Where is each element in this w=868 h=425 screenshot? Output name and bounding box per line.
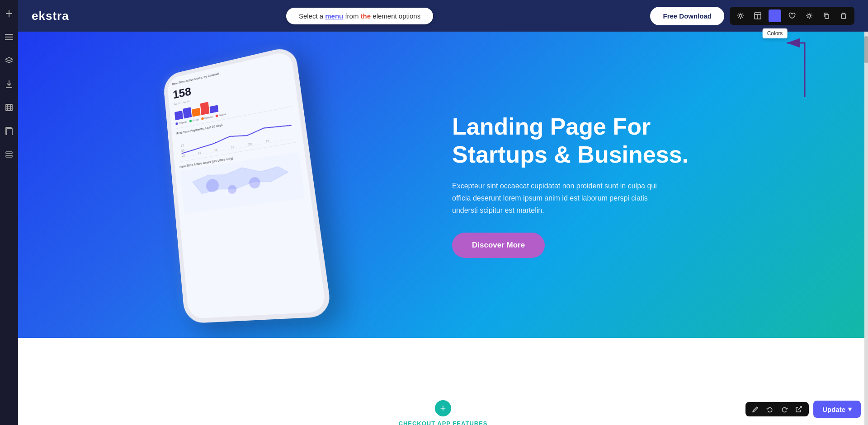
update-label: Update [822, 406, 845, 413]
toolbar-settings2-button[interactable] [803, 9, 816, 22]
toolbar-heart-button[interactable] [786, 9, 798, 22]
phone-screen: Real-Time Active Users, by Channel 158 A… [167, 51, 326, 319]
features-plus-icon[interactable]: + [435, 400, 451, 416]
left-sidebar [0, 0, 18, 425]
svg-text:25: 25 [182, 154, 185, 157]
free-download-button[interactable]: Free Download [650, 7, 724, 25]
sidebar-icon-layers[interactable] [3, 54, 15, 67]
wave-svg [18, 338, 868, 392]
hint-middle: from [343, 12, 360, 20]
svg-line-37 [757, 407, 758, 408]
hero-right: Landing Page ForStartups & Business. Exc… [434, 112, 868, 258]
svg-text:17: 17 [231, 145, 234, 149]
bar-5 [210, 105, 219, 113]
svg-text:75: 75 [181, 144, 184, 147]
svg-line-38 [798, 406, 802, 410]
svg-text:14: 14 [214, 148, 217, 152]
features-teaser: + Checkout App Features The Only App You… [18, 391, 868, 425]
toolbar-trash-button[interactable] [837, 9, 850, 22]
sidebar-icon-pages[interactable] [3, 125, 15, 137]
legend-social: Social [216, 113, 226, 117]
svg-point-17 [739, 14, 742, 17]
hint-the: the [361, 12, 371, 20]
svg-rect-26 [825, 14, 829, 19]
right-scrollbar[interactable] [864, 32, 868, 425]
hero-description: Excepteur sint occaecat cupidatat non pr… [452, 180, 669, 217]
bottom-toolbar: Update ▾ [745, 401, 861, 418]
hero-left: Real-Time Active Users, by Channel 158 A… [18, 54, 434, 316]
svg-rect-16 [6, 155, 12, 157]
main-content: Real-Time Active Users, by Channel 158 A… [18, 32, 868, 425]
svg-rect-24 [775, 16, 778, 19]
svg-text:20: 20 [248, 142, 252, 146]
bottom-pen-button[interactable] [752, 406, 759, 413]
toolbar-group: Colors [730, 7, 854, 25]
bar-2 [183, 107, 192, 118]
discover-more-button[interactable]: Discover More [452, 233, 545, 258]
toolbar-colors-button[interactable]: Colors [769, 9, 781, 22]
toolbar-copy-button[interactable] [820, 9, 833, 22]
wave-features-section: + Checkout App Features The Only App You… [18, 338, 868, 425]
sidebar-icon-download[interactable] [3, 78, 15, 90]
svg-text:23: 23 [265, 139, 269, 143]
bar-4 [200, 102, 210, 115]
sidebar-icon-stack[interactable] [3, 148, 15, 161]
bottom-tool-group [745, 402, 809, 416]
sidebar-icon-plus[interactable] [3, 7, 15, 20]
legend-organic: Organic [175, 121, 187, 125]
sidebar-icon-menu[interactable] [3, 31, 15, 43]
legend-direct: Direct [189, 118, 199, 123]
svg-marker-5 [5, 57, 13, 61]
features-label: Checkout App Features [18, 420, 868, 425]
hint-suffix: element options [371, 12, 420, 20]
toolbar-layout-button[interactable] [751, 9, 764, 22]
bar-1 [175, 111, 183, 121]
top-bar-right: Free Download Colors [650, 7, 854, 25]
update-chevron: ▾ [848, 405, 852, 413]
logo: ekstra [32, 9, 69, 23]
toolbar-gear-button[interactable] [734, 9, 747, 22]
bottom-undo-button[interactable] [766, 406, 774, 413]
bar-3 [192, 108, 200, 117]
svg-rect-22 [775, 13, 778, 15]
svg-rect-23 [772, 16, 774, 19]
hint-prefix: Select a [299, 12, 325, 20]
phone-mockup: Real-Time Active Users, by Channel 158 A… [163, 45, 332, 324]
scrollbar-thumb[interactable] [864, 36, 868, 63]
svg-rect-8 [6, 104, 12, 111]
svg-point-25 [808, 14, 811, 17]
sidebar-icon-frame[interactable] [3, 101, 15, 114]
svg-text:50: 50 [181, 149, 185, 152]
legend-referral: Referral [201, 115, 213, 120]
svg-text:11: 11 [198, 151, 201, 154]
hint-menu: menu [325, 12, 343, 20]
top-bar: ekstra Select a menu from the element op… [18, 0, 868, 32]
bottom-redo-button[interactable] [781, 406, 788, 413]
svg-rect-14 [7, 128, 12, 135]
hero-title: Landing Page ForStartups & Business. [452, 112, 841, 169]
svg-rect-21 [772, 13, 774, 15]
svg-rect-15 [6, 152, 12, 154]
phone-map [180, 152, 305, 214]
bottom-external-button[interactable] [795, 406, 802, 413]
element-options-hint: Select a menu from the element options [286, 8, 433, 24]
hero-section: Real-Time Active Users, by Channel 158 A… [18, 32, 868, 339]
update-button[interactable]: Update ▾ [813, 401, 861, 418]
